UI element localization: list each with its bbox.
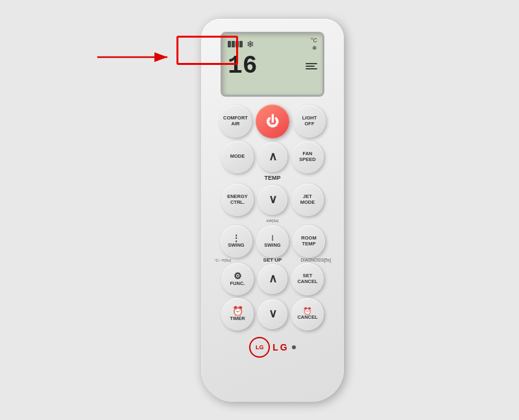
set-down-button[interactable]: ∨ <box>258 299 287 329</box>
lg-logo-area: LG LG <box>249 337 295 358</box>
timer-icon: ⏰ <box>232 306 243 316</box>
battery-bar-4 <box>239 41 243 47</box>
remote-control: ❄ °C ❄ 16 COMFORT <box>201 19 344 402</box>
battery-bar-1 <box>228 41 231 47</box>
cf-label: °C~°F[5s] <box>214 258 231 262</box>
func-button[interactable]: ⚙ FUNC. <box>221 263 254 295</box>
mode-button[interactable]: MODE <box>221 141 254 173</box>
swing-h-icon: ⁝ <box>271 234 274 243</box>
temp-label: TEMP <box>264 175 280 181</box>
row-6: ⏰ TIMER ∨ ⏰ CANCEL <box>208 298 337 330</box>
fan-speed-button[interactable]: FAN SPEED <box>291 141 324 173</box>
arrow-down-icon: ∨ <box>269 193 277 206</box>
func-icon: ⚙ <box>234 271 242 281</box>
row-4: ⋮ SWING ⁝ SWING ROOM TEMP <box>208 225 337 258</box>
diagnosis-label: DIAGNOSIS[5s] <box>300 258 331 262</box>
power-button[interactable]: ⏻ <box>256 105 289 138</box>
screen-bottom-row: 16 <box>228 54 317 79</box>
lg-brand-text: LG <box>272 342 289 352</box>
cancel-button[interactable]: ⏰ CANCEL <box>291 298 324 330</box>
arrow-down2-icon: ∨ <box>269 308 277 321</box>
timer-button[interactable]: ⏰ TIMER <box>221 298 254 330</box>
kw-label-row: kW[3s] <box>208 219 337 223</box>
airflow-lines-icon <box>306 63 317 69</box>
row-2: MODE ∧ FAN SPEED <box>208 141 337 173</box>
celsius-label: °C <box>311 37 317 43</box>
row-3: ENERGY CTRL. ∨ JET MODE <box>208 184 337 216</box>
row-1: COMFORT AIR ⏻ LIGHT OFF <box>208 105 337 138</box>
temp-down-button[interactable]: ∨ <box>258 185 287 215</box>
jet-mode-button[interactable]: JET MODE <box>291 184 324 216</box>
lg-circle-text: LG <box>256 344 264 351</box>
screen-icons-left: ❄ <box>228 39 254 49</box>
battery-bar-3 <box>235 41 239 47</box>
battery-bar-2 <box>232 41 235 47</box>
room-temp-button[interactable]: ROOM TEMP <box>293 225 325 258</box>
power-icon: ⏻ <box>266 114 279 129</box>
set-up-button[interactable]: ∧ <box>258 264 287 294</box>
energy-ctrl-button[interactable]: ENERGY CTRL. <box>221 184 254 216</box>
screen-top-row: ❄ °C ❄ <box>228 37 317 51</box>
light-off-button[interactable]: LIGHT OFF <box>293 105 326 138</box>
buttons-area: COMFORT AIR ⏻ LIGHT OFF MODE ∧ <box>208 105 337 330</box>
arrow-up-icon: ∧ <box>269 151 277 164</box>
battery-icon <box>228 41 243 47</box>
swing-v-icon: ⋮ <box>232 234 240 243</box>
set-cancel-button[interactable]: SET CANCEL <box>291 263 324 295</box>
snowflake-icon: ❄ <box>247 39 254 49</box>
red-arrow-annotation <box>91 44 175 70</box>
screen-right-icons: °C ❄ <box>311 37 317 51</box>
swing-v-button[interactable]: ⋮ SWING <box>220 225 252 258</box>
row-5: ⚙ FUNC. ∧ SET CANCEL <box>208 263 337 295</box>
temp-up-button[interactable]: ∧ <box>258 142 287 172</box>
swing-h-button[interactable]: ⁝ SWING <box>256 225 289 258</box>
kw-label: kW[3s] <box>267 219 278 223</box>
dot-indicator <box>292 345 296 349</box>
arrow-up2-icon: ∧ <box>269 273 277 286</box>
comfort-air-button[interactable]: COMFORT AIR <box>219 105 252 138</box>
temperature-display: 16 <box>228 54 258 79</box>
remote-container: ❄ °C ❄ 16 COMFORT <box>0 0 519 420</box>
temp-label-row: TEMP <box>208 176 337 181</box>
fan-mode-icon: ❄ <box>312 45 317 51</box>
lcd-screen: ❄ °C ❄ 16 <box>221 32 324 97</box>
lg-circle-logo: LG <box>249 337 270 358</box>
setup-label: SET UP <box>263 257 282 263</box>
